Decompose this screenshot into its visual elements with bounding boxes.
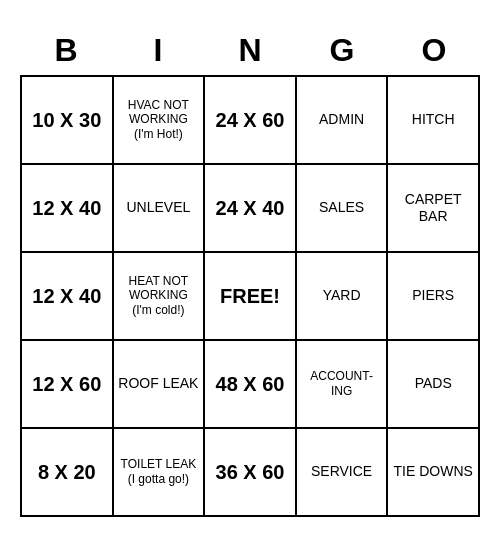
table-row: 24 X 40 (205, 165, 297, 253)
table-row: FREE! (205, 253, 297, 341)
table-row: ACCOUNT- ING (297, 341, 389, 429)
table-row: CARPET BAR (388, 165, 480, 253)
table-row: TOILET LEAK (I gotta go!) (114, 429, 206, 517)
bingo-grid: 10 X 30HVAC NOT WORKING (I'm Hot!)24 X 6… (20, 75, 480, 517)
header-n: N (204, 28, 296, 73)
table-row: HEAT NOT WORKING (I'm cold!) (114, 253, 206, 341)
header-b: B (20, 28, 112, 73)
table-row: 36 X 60 (205, 429, 297, 517)
table-row: SERVICE (297, 429, 389, 517)
table-row: YARD (297, 253, 389, 341)
table-row: 12 X 60 (22, 341, 114, 429)
table-row: 48 X 60 (205, 341, 297, 429)
table-row: 12 X 40 (22, 253, 114, 341)
table-row: PADS (388, 341, 480, 429)
bingo-header: B I N G O (20, 28, 480, 73)
bingo-card: B I N G O 10 X 30HVAC NOT WORKING (I'm H… (10, 18, 490, 527)
table-row: 8 X 20 (22, 429, 114, 517)
table-row: ROOF LEAK (114, 341, 206, 429)
table-row: 10 X 30 (22, 77, 114, 165)
table-row: UNLEVEL (114, 165, 206, 253)
header-o: O (388, 28, 480, 73)
table-row: SALES (297, 165, 389, 253)
table-row: 12 X 40 (22, 165, 114, 253)
table-row: HITCH (388, 77, 480, 165)
table-row: HVAC NOT WORKING (I'm Hot!) (114, 77, 206, 165)
table-row: TIE DOWNS (388, 429, 480, 517)
table-row: ADMIN (297, 77, 389, 165)
header-i: I (112, 28, 204, 73)
table-row: 24 X 60 (205, 77, 297, 165)
table-row: PIERS (388, 253, 480, 341)
header-g: G (296, 28, 388, 73)
